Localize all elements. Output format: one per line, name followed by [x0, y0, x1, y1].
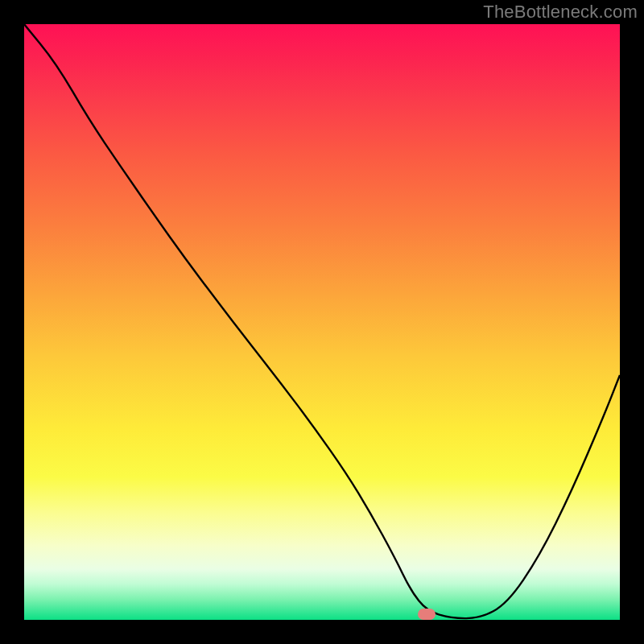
bottleneck-curve — [24, 24, 620, 620]
minimum-marker — [418, 609, 436, 620]
curve-path — [24, 24, 620, 618]
chart-frame: TheBottleneck.com — [0, 0, 644, 644]
plot-area — [24, 24, 620, 620]
watermark-text: TheBottleneck.com — [483, 2, 638, 23]
